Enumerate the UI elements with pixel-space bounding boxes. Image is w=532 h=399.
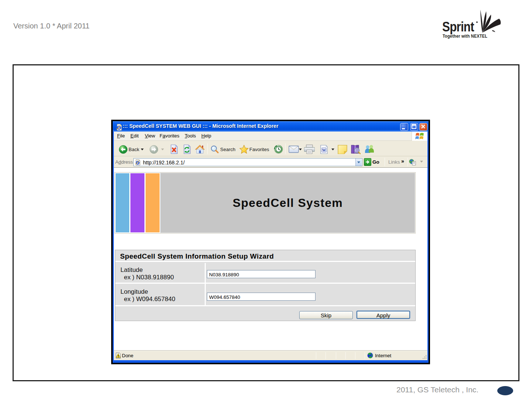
svg-text:W: W [322,148,326,152]
